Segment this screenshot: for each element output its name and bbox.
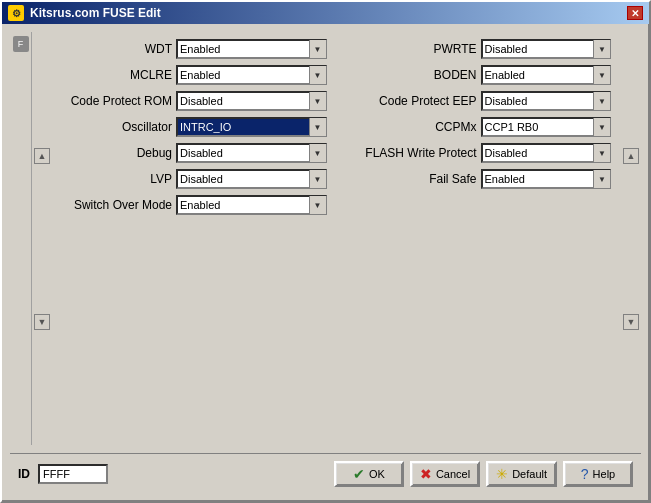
right-select-1[interactable]: EnabledDisabled — [481, 65, 612, 85]
main-content: F ▲ ▼ WDTEnabledDisabledMCLREEnabledDisa… — [10, 32, 641, 445]
ok-icon: ✔ — [353, 466, 365, 482]
field-row: PWRTEEnabledDisabled — [347, 38, 612, 60]
left-field-label-6: Switch Over Mode — [62, 198, 172, 212]
field-row: FLASH Write ProtectEnabledDisabled — [347, 142, 612, 164]
left-field-label-5: LVP — [62, 172, 172, 186]
field-row: MCLREEnabledDisabled — [62, 64, 327, 86]
left-select-wrapper-2: EnabledDisabled — [176, 91, 327, 111]
right-select-wrapper-5: EnabledDisabled — [481, 169, 612, 189]
right-select-wrapper-3: CCP1 RB0CCP1 RB3 — [481, 117, 612, 137]
fields-left: WDTEnabledDisabledMCLREEnabledDisabledCo… — [62, 38, 327, 216]
left-field-label-1: MCLRE — [62, 68, 172, 82]
help-button[interactable]: ? Help — [563, 461, 633, 487]
field-row: DebugEnabledDisabled — [62, 142, 327, 164]
left-select-wrapper-3: INTRC_IOINTRCEXTRCXTHSLP — [176, 117, 327, 137]
sidebar-icon-1: F — [13, 36, 29, 52]
help-icon: ? — [581, 466, 589, 482]
bottom-bar: ID ✔ OK ✖ Cancel ✳ Default ? Help — [10, 453, 641, 493]
window-title: Kitsrus.com FUSE Edit — [30, 6, 161, 20]
cancel-label: Cancel — [436, 468, 470, 480]
id-input[interactable] — [38, 464, 108, 484]
id-label: ID — [18, 467, 30, 481]
right-select-5[interactable]: EnabledDisabled — [481, 169, 612, 189]
right-select-wrapper-4: EnabledDisabled — [481, 143, 612, 163]
left-scroll: ▲ ▼ — [32, 32, 52, 445]
left-select-wrapper-1: EnabledDisabled — [176, 65, 327, 85]
field-row: BODENEnabledDisabled — [347, 64, 612, 86]
fields-right: PWRTEEnabledDisabledBODENEnabledDisabled… — [347, 38, 612, 216]
field-row: Switch Over ModeEnabledDisabled — [62, 194, 327, 216]
left-select-1[interactable]: EnabledDisabled — [176, 65, 327, 85]
left-select-6[interactable]: EnabledDisabled — [176, 195, 327, 215]
field-row: Code Protect EEPEnabledDisabled — [347, 90, 612, 112]
left-field-label-3: Oscillator — [62, 120, 172, 134]
right-scroll-up-button[interactable]: ▲ — [623, 148, 639, 164]
scroll-down-button[interactable]: ▼ — [34, 314, 50, 330]
right-field-label-0: PWRTE — [347, 42, 477, 56]
fields-panel: WDTEnabledDisabledMCLREEnabledDisabledCo… — [52, 32, 621, 445]
close-button[interactable]: ✕ — [627, 6, 643, 20]
left-select-wrapper-0: EnabledDisabled — [176, 39, 327, 59]
right-field-label-4: FLASH Write Protect — [347, 146, 477, 160]
title-icon: ⚙ — [8, 5, 24, 21]
left-field-label-2: Code Protect ROM — [62, 94, 172, 108]
right-select-wrapper-2: EnabledDisabled — [481, 91, 612, 111]
fields-container: WDTEnabledDisabledMCLREEnabledDisabledCo… — [62, 38, 611, 216]
field-row: CCPMxCCP1 RB0CCP1 RB3 — [347, 116, 612, 138]
field-row: Fail SafeEnabledDisabled — [347, 168, 612, 190]
help-label: Help — [593, 468, 616, 480]
field-row: OscillatorINTRC_IOINTRCEXTRCXTHSLP — [62, 116, 327, 138]
right-select-2[interactable]: EnabledDisabled — [481, 91, 612, 111]
right-field-label-2: Code Protect EEP — [347, 94, 477, 108]
left-field-label-0: WDT — [62, 42, 172, 56]
cancel-icon: ✖ — [420, 466, 432, 482]
main-window: ⚙ Kitsrus.com FUSE Edit ✕ F ▲ ▼ WDTEnabl… — [0, 0, 651, 503]
left-select-0[interactable]: EnabledDisabled — [176, 39, 327, 59]
right-scroll-down-button[interactable]: ▼ — [623, 314, 639, 330]
field-row: Code Protect ROMEnabledDisabled — [62, 90, 327, 112]
field-row: LVPEnabledDisabled — [62, 168, 327, 190]
field-row: WDTEnabledDisabled — [62, 38, 327, 60]
ok-label: OK — [369, 468, 385, 480]
title-bar: ⚙ Kitsrus.com FUSE Edit ✕ — [2, 2, 649, 24]
left-select-5[interactable]: EnabledDisabled — [176, 169, 327, 189]
right-select-wrapper-1: EnabledDisabled — [481, 65, 612, 85]
right-field-label-3: CCPMx — [347, 120, 477, 134]
right-scroll: ▲ ▼ — [621, 32, 641, 445]
right-select-wrapper-0: EnabledDisabled — [481, 39, 612, 59]
left-select-wrapper-6: EnabledDisabled — [176, 195, 327, 215]
left-select-wrapper-5: EnabledDisabled — [176, 169, 327, 189]
left-select-2[interactable]: EnabledDisabled — [176, 91, 327, 111]
right-field-label-1: BODEN — [347, 68, 477, 82]
right-field-label-5: Fail Safe — [347, 172, 477, 186]
cancel-button[interactable]: ✖ Cancel — [410, 461, 480, 487]
left-select-wrapper-4: EnabledDisabled — [176, 143, 327, 163]
default-label: Default — [512, 468, 547, 480]
left-select-3[interactable]: INTRC_IOINTRCEXTRCXTHSLP — [176, 117, 327, 137]
right-select-4[interactable]: EnabledDisabled — [481, 143, 612, 163]
ok-button[interactable]: ✔ OK — [334, 461, 404, 487]
default-icon: ✳ — [496, 466, 508, 482]
right-select-0[interactable]: EnabledDisabled — [481, 39, 612, 59]
right-select-3[interactable]: CCP1 RB0CCP1 RB3 — [481, 117, 612, 137]
default-button[interactable]: ✳ Default — [486, 461, 557, 487]
left-sidebar: F — [10, 32, 32, 445]
left-select-4[interactable]: EnabledDisabled — [176, 143, 327, 163]
scroll-up-button[interactable]: ▲ — [34, 148, 50, 164]
window-body: F ▲ ▼ WDTEnabledDisabledMCLREEnabledDisa… — [2, 24, 649, 501]
left-field-label-4: Debug — [62, 146, 172, 160]
